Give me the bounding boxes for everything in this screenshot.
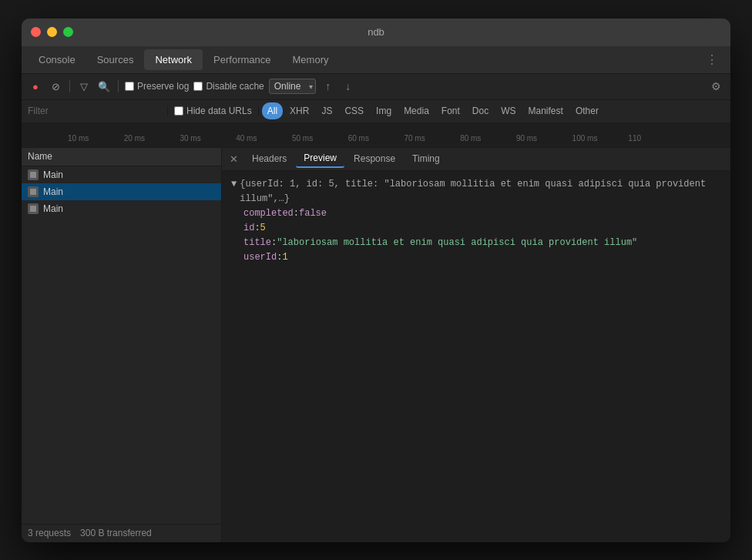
tab-network[interactable]: Network — [144, 49, 203, 70]
favicon-inner-2 — [30, 206, 36, 212]
detail-tab-preview[interactable]: Preview — [296, 149, 344, 168]
toolbar-separator-2 — [118, 80, 119, 92]
json-value-userId: 1 — [282, 250, 287, 265]
request-label-2: Main — [43, 203, 63, 214]
request-label-0: Main — [43, 169, 63, 180]
timeline-label-2: 30 ms — [180, 134, 236, 147]
left-panel: Name Main Main — [22, 148, 222, 542]
json-field-userId: userId : 1 — [243, 250, 721, 265]
favicon-inner-0 — [30, 172, 36, 178]
detail-close-button[interactable]: ✕ — [225, 153, 243, 165]
minimize-button[interactable] — [47, 27, 57, 37]
json-summary-line: ▼ {userId: 1, id: 5, title: "laboriosam … — [231, 177, 721, 206]
preview-content[interactable]: ▼ {userId: 1, id: 5, title: "laboriosam … — [222, 171, 730, 542]
timeline-label-4: 50 ms — [292, 134, 348, 147]
tab-sources[interactable]: Sources — [86, 49, 145, 70]
filter-input[interactable] — [28, 106, 161, 116]
json-triangle[interactable]: ▼ — [231, 177, 237, 192]
filter-tab-doc[interactable]: Doc — [467, 102, 494, 119]
detail-tab-timing[interactable]: Timing — [405, 149, 448, 168]
timeline-label-10: 110 — [628, 134, 684, 147]
tab-console[interactable]: Console — [28, 49, 86, 70]
timeline-label-3: 40 ms — [236, 134, 292, 147]
json-key-userId: userId — [243, 250, 277, 265]
status-bar: 3 requests 300 B transferred — [22, 524, 221, 542]
window-title: ndb — [368, 26, 384, 38]
main-content: Name Main Main — [22, 148, 730, 542]
timeline-label-7: 80 ms — [460, 134, 516, 147]
filter-input-wrap — [22, 106, 168, 116]
request-item-1[interactable]: Main — [22, 183, 221, 200]
json-value-title: "laboriosam mollitia et enim quasi adipi… — [277, 236, 637, 250]
json-key-title: title — [243, 236, 271, 250]
json-key-id: id — [243, 221, 254, 236]
settings-button[interactable]: ⚙ — [707, 78, 724, 95]
tab-performance[interactable]: Performance — [203, 49, 281, 70]
request-label-1: Main — [43, 186, 63, 197]
record-button[interactable]: ● — [28, 79, 43, 94]
export-button[interactable]: ↓ — [341, 79, 356, 94]
request-list: Main Main Main — [22, 166, 221, 524]
toolbar: ● ⊘ ▽ 🔍 Preserve log Disable cache Onlin… — [22, 74, 730, 100]
disable-cache-label: Disable cache — [206, 81, 264, 92]
filter-tab-ws[interactable]: WS — [495, 102, 521, 119]
detail-tab-headers[interactable]: Headers — [244, 149, 294, 168]
preserve-log-checkbox[interactable]: Preserve log — [125, 81, 189, 92]
hide-data-urls-wrap: Hide data URLs — [168, 106, 259, 116]
name-column-header: Name — [22, 148, 221, 166]
disable-cache-checkbox[interactable]: Disable cache — [193, 81, 264, 92]
request-favicon-2 — [28, 203, 39, 214]
close-button[interactable] — [31, 27, 41, 37]
filter-tab-js[interactable]: JS — [316, 102, 337, 119]
stop-button[interactable]: ⊘ — [48, 79, 63, 94]
json-field-title: title : "laboriosam mollitia et enim qua… — [243, 236, 721, 250]
filter-tab-xhr[interactable]: XHR — [284, 102, 314, 119]
filter-tab-font[interactable]: Font — [436, 102, 465, 119]
request-item-0[interactable]: Main — [22, 166, 221, 183]
disable-cache-input[interactable] — [193, 82, 203, 91]
timeline-label-6: 70 ms — [404, 134, 460, 147]
filter-type-tabs: All XHR JS CSS Img Media Font Doc WS Man… — [259, 100, 607, 122]
traffic-lights — [31, 27, 73, 37]
json-field-completed: completed : false — [243, 206, 721, 221]
hide-data-urls-checkbox[interactable] — [174, 106, 183, 116]
filter-tab-all[interactable]: All — [262, 102, 283, 119]
maximize-button[interactable] — [63, 27, 73, 37]
json-field-id: id : 5 — [243, 221, 721, 236]
preserve-log-input[interactable] — [125, 82, 134, 91]
timeline-labels: 10 ms 20 ms 30 ms 40 ms 50 ms 60 ms 70 m… — [68, 134, 730, 147]
filter-tab-manifest[interactable]: Manifest — [523, 102, 569, 119]
online-select-wrapper: Online — [269, 79, 316, 94]
timeline: 10 ms 20 ms 30 ms 40 ms 50 ms 60 ms 70 m… — [22, 123, 730, 148]
json-value-completed: false — [299, 206, 327, 221]
favicon-inner-1 — [30, 189, 36, 195]
json-key-completed: completed — [243, 206, 294, 221]
filter-tab-css[interactable]: CSS — [339, 102, 369, 119]
timeline-label-9: 100 ms — [572, 134, 629, 147]
title-bar: ndb — [22, 18, 730, 46]
online-select[interactable]: Online — [269, 79, 316, 94]
filter-tab-media[interactable]: Media — [398, 102, 435, 119]
filter-tab-img[interactable]: Img — [371, 102, 397, 119]
devtools-window: ndb Console Sources Network Performance … — [22, 18, 730, 542]
filter-tab-other[interactable]: Other — [570, 102, 604, 119]
timeline-label-1: 20 ms — [124, 134, 180, 147]
timeline-label-5: 60 ms — [348, 134, 405, 147]
detail-tab-response[interactable]: Response — [346, 149, 403, 168]
filter-bar: Hide data URLs All XHR JS CSS Img Media … — [22, 100, 730, 123]
filter-button[interactable]: ▽ — [76, 79, 92, 94]
requests-count: 3 requests — [28, 528, 71, 538]
import-button[interactable]: ↑ — [321, 79, 336, 94]
hide-data-urls-label: Hide data URLs — [186, 106, 252, 116]
json-body: completed : false id : 5 title : "labori… — [243, 206, 721, 266]
bytes-transferred: 300 B transferred — [80, 528, 152, 538]
json-summary: {userId: 1, id: 5, title: "laboriosam mo… — [240, 177, 721, 206]
json-value-id: 5 — [260, 221, 266, 236]
search-button[interactable]: 🔍 — [96, 79, 112, 94]
right-panel: ✕ Headers Preview Response Timing ▼ {use… — [222, 148, 730, 542]
request-item-2[interactable]: Main — [22, 200, 221, 217]
more-menu-button[interactable]: ⋮ — [700, 49, 724, 70]
tab-memory[interactable]: Memory — [282, 49, 340, 70]
preserve-log-label: Preserve log — [137, 81, 189, 92]
timeline-label-8: 90 ms — [516, 134, 572, 147]
